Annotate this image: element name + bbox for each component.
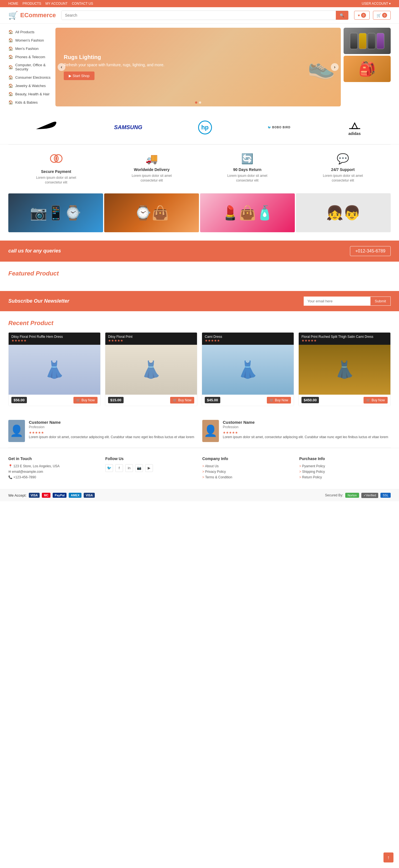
payment-title: Secure Payment xyxy=(34,169,79,174)
return-desc: Lorem ipsum dolor sit amet consectetur e… xyxy=(225,174,270,183)
nav-account[interactable]: MY ACCOUNT xyxy=(45,2,68,5)
hero-dot-1[interactable] xyxy=(195,101,197,104)
cat-watches-img[interactable]: ⌚👜 xyxy=(104,193,199,232)
womens-fashion-icon: 🏠 xyxy=(8,38,13,42)
hero-subtitle: Refresh your space with furniture, rugs,… xyxy=(64,63,164,67)
sidebar-item-electronics[interactable]: 🏠 Consumer Electronics xyxy=(8,73,55,82)
social-twitter[interactable]: 🐦 xyxy=(105,464,113,472)
wishlist-button[interactable]: ♥ 0 xyxy=(354,11,370,20)
testimonial-name-1: Customer Name xyxy=(29,420,194,425)
cart-button[interactable]: 🛒 0 xyxy=(373,11,391,20)
brand-samsung[interactable]: SAMSUNG xyxy=(114,124,142,130)
sidebar-label-computer: Computer, Office & Security xyxy=(15,63,55,71)
product-name-1: Ditsy Floral Print Ruffle Hem Dress xyxy=(11,335,97,339)
beauty-icon: 🏠 xyxy=(8,92,13,96)
product-header-1: Ditsy Floral Print Ruffle Hem Dress ★★★★… xyxy=(8,333,100,345)
hero-side-bag[interactable]: 🎒 xyxy=(344,56,391,82)
newsletter-input[interactable] xyxy=(304,297,370,306)
sidebar-item-mens-fashion[interactable]: 🏠 Men's Fashion xyxy=(8,44,55,53)
sidebar-item-all-products[interactable]: 🏠 All Products xyxy=(8,28,55,36)
footer-link-payment-policy[interactable]: Pyament Policy xyxy=(299,464,391,468)
product-image-3[interactable]: 👗 xyxy=(202,345,294,395)
testimonial-profession-1: Profession xyxy=(29,425,194,429)
cat-kids-img[interactable]: 👧👦 xyxy=(296,193,391,232)
nav-products[interactable]: PRODUCTS xyxy=(23,2,41,5)
category-images-section: 📷📱⌚ ⌚👜 💄👜🧴 👧👦 xyxy=(0,193,399,241)
nav-contact[interactable]: CONTACT US xyxy=(72,2,93,5)
dress-emoji-4: 👗 xyxy=(334,360,355,379)
we-accept-label: We Accept: xyxy=(8,493,27,497)
recent-title: Recent Product xyxy=(8,319,391,327)
product-image-1[interactable]: 👗 xyxy=(8,345,100,395)
top-nav-left: HOME PRODUCTS MY ACCOUNT CONTACT US xyxy=(8,2,96,5)
cart-icon: 🛒 xyxy=(376,13,381,18)
sidebar-item-womens-fashion[interactable]: 🏠 Women's Fashion xyxy=(8,36,55,44)
product-price-2: $15.00 xyxy=(108,397,124,403)
footer-link-shipping[interactable]: Shipping Policy xyxy=(299,470,391,474)
bobobird-logo: 🐦 BOBO BIRD xyxy=(268,126,291,129)
secured-by-section: Secured By: Norton ✓Verified SSL xyxy=(325,493,391,498)
buy-button-4[interactable]: 🛒 Buy Now xyxy=(364,397,388,404)
sidebar-label-womens: Women's Fashion xyxy=(15,38,44,42)
search-input[interactable] xyxy=(62,11,336,20)
hero-side-phones[interactable] xyxy=(344,28,391,54)
delivery-title: Worldwide Delivery xyxy=(130,167,174,172)
secured-norton: Norton xyxy=(345,493,359,498)
computer-icon: 🏠 xyxy=(8,65,13,69)
watches-emoji: ⌚👜 xyxy=(134,205,169,221)
sidebar-item-jewelry[interactable]: 🏠 Jewelry & Watches xyxy=(8,82,55,90)
brand-hp[interactable]: hp xyxy=(198,121,212,134)
sidebar-label-mens: Men's Fashion xyxy=(15,46,38,51)
sidebar-label-kids: Kids & Babies xyxy=(15,100,38,104)
footer-get-in-touch: Get in Touch 📍 123 E Store, Los Angeles,… xyxy=(8,457,100,481)
beauty-emoji: 💄👜🧴 xyxy=(222,205,273,221)
search-button[interactable]: 🔍 xyxy=(336,11,348,20)
sidebar-item-kids[interactable]: 🏠 Kids & Babies xyxy=(8,98,55,106)
testimonial-text-2: Lorem ipsum dolor sit amet, consectetur … xyxy=(223,435,388,439)
phones-icon: 🏠 xyxy=(8,55,13,59)
user-account-link[interactable]: USER ACCOUNT ▾ xyxy=(362,2,391,5)
sidebar-item-beauty[interactable]: 🏠 Beauty, Health & Hair xyxy=(8,90,55,98)
payment-visa2: VISA xyxy=(84,493,95,498)
sidebar-label-phones: Phones & Telecom xyxy=(15,55,45,59)
product-card-3: Cami Dress ★★★★★ 👗 $45.00 🛒 Buy Now xyxy=(202,332,294,406)
footer-link-privacy[interactable]: Privacy Policy xyxy=(202,470,294,474)
brand-adidas[interactable]: adidas xyxy=(346,119,363,136)
cat-beauty-img[interactable]: 💄👜🧴 xyxy=(200,193,295,232)
jewelry-icon: 🏠 xyxy=(8,84,13,88)
social-facebook[interactable]: f xyxy=(115,464,123,472)
footer-link-return[interactable]: Return Policy xyxy=(299,475,391,479)
cat-electronics-img[interactable]: 📷📱⌚ xyxy=(8,193,103,232)
footer-follow-title: Follow Us xyxy=(105,457,197,461)
sidebar-label-beauty: Beauty, Health & Hair xyxy=(15,92,50,96)
cart-icon: 🛒 xyxy=(8,11,18,20)
social-instagram[interactable]: 📷 xyxy=(135,464,143,472)
brand-nike[interactable] xyxy=(36,121,58,134)
logo[interactable]: 🛒 ECommerce xyxy=(8,11,56,20)
footer-link-terms[interactable]: Terms & Condition xyxy=(202,475,294,479)
product-price-4: $450.00 xyxy=(302,397,319,403)
products-grid: Ditsy Floral Print Ruffle Hem Dress ★★★★… xyxy=(8,332,391,406)
brand-bobobird[interactable]: 🐦 BOBO BIRD xyxy=(268,126,291,129)
buy-button-3[interactable]: 🛒 Buy Now xyxy=(267,397,291,404)
buy-button-2[interactable]: 🛒 Buy Now xyxy=(170,397,194,404)
hero-dot-2[interactable] xyxy=(199,101,201,104)
hero-next-button[interactable]: › xyxy=(331,63,339,71)
svg-marker-0 xyxy=(352,123,358,129)
footer-link-about[interactable]: About Us xyxy=(202,464,294,468)
product-image-4[interactable]: 👗 xyxy=(299,345,391,395)
hero-dots xyxy=(195,101,201,104)
buy-button-1[interactable]: 🛒 Buy Now xyxy=(73,397,97,404)
sidebar-item-phones[interactable]: 🏠 Phones & Telecom xyxy=(8,53,55,61)
electronics-emoji: 📷📱⌚ xyxy=(30,205,82,221)
nav-home[interactable]: HOME xyxy=(8,2,18,5)
product-image-2[interactable]: 👗 xyxy=(105,345,197,395)
sidebar-item-computer[interactable]: 🏠 Computer, Office & Security xyxy=(8,61,55,73)
product-name-2: Ditsy Floral Print xyxy=(108,335,194,339)
social-links: 🐦 f in 📷 ▶ xyxy=(105,464,197,472)
feature-support: 💬 24/7 Support Lorem ipsum dolor sit ame… xyxy=(321,153,365,183)
social-youtube[interactable]: ▶ xyxy=(145,464,153,472)
hero-cta-button[interactable]: ▶ Start Shop xyxy=(64,71,94,80)
newsletter-submit-button[interactable]: Submit xyxy=(370,297,391,306)
social-linkedin[interactable]: in xyxy=(125,464,133,472)
